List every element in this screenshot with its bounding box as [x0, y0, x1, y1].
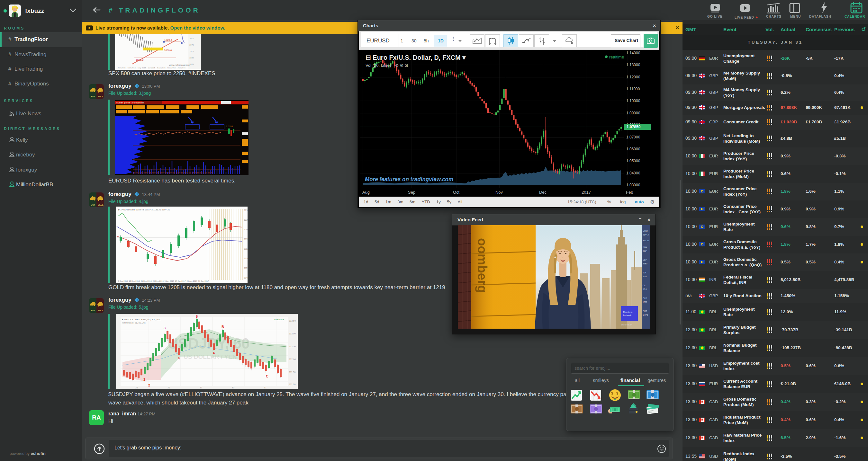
svg-text:1.078: 1.078 [643, 314, 648, 316]
svg-text:BUY: BUY [91, 204, 95, 206]
svg-text:DOW: DOW [643, 230, 648, 232]
svg-text:1207.5: 1207.5 [244, 228, 248, 231]
svg-text:1195.0: 1195.0 [244, 238, 248, 240]
svg-text:⊟ Euro Fx/U.S. Dollar, D, FXCM: ⊟ Euro Fx/U.S. Dollar, D, FXCM ▾ [366, 54, 466, 61]
svg-text:1211: 1211 [643, 301, 647, 303]
svg-text:1838.2: 1838.2 [136, 59, 144, 61]
svg-text:112.00: 112.00 [289, 358, 296, 360]
svg-text:2144.7: 2144.7 [643, 234, 649, 236]
svg-text:113.00: 113.00 [289, 332, 296, 335]
svg-text:B: B [221, 325, 224, 329]
svg-text:Vol (20, false) ⊗ ⊙ ⊠: Vol (20, false) ⊗ ⊙ ⊠ [366, 63, 408, 68]
svg-text:10Y: 10Y [643, 271, 647, 274]
svg-text:Ichimoku (9, 26, 52, 26): Ichimoku (9, 26, 52, 26) [122, 322, 146, 324]
svg-text:4: 4 [178, 356, 180, 360]
svg-text:5 Dec 2016 13 Dec 2016 21 Dec: 5 Dec 2016 13 Dec 2016 21 Dec 2016 29 De… [118, 280, 209, 282]
svg-text:BUY: BUY [91, 95, 95, 98]
svg-text:1.11000: 1.11000 [626, 87, 640, 91]
svg-text:S&P: S&P [643, 259, 647, 261]
svg-text:2015: 2015 [189, 38, 194, 39]
svg-text:OIL: OIL [643, 284, 646, 287]
svg-text:SELL: SELL [98, 95, 104, 98]
svg-text:C: C [266, 374, 269, 378]
svg-text:SELL: SELL [98, 309, 104, 311]
svg-text:Jan 2015 Mar 2015 May 2015 Jul: Jan 2015 Mar 2015 May 2015 Jul 2015 Sep … [118, 67, 186, 69]
svg-text:1.13000: 1.13000 [626, 63, 641, 67]
svg-text:More features on tradingview.c: More features on tradingview.com [365, 176, 453, 183]
svg-text:NAS: NAS [643, 246, 647, 248]
svg-text:1920.5: 1920.5 [164, 38, 172, 41]
svg-text:1.04000: 1.04000 [626, 171, 641, 175]
svg-text:1.07850: 1.07850 [626, 125, 641, 129]
svg-text:Oct: Oct [453, 190, 460, 195]
svg-text:2017: 2017 [582, 190, 591, 195]
svg-text:SELL: SELL [98, 204, 104, 206]
svg-text:1145.0: 1145.0 [244, 276, 248, 279]
svg-text:31: 31 [264, 387, 267, 389]
svg-text:1925: 1925 [189, 51, 194, 53]
svg-text:1182.5: 1182.5 [244, 248, 248, 250]
svg-text:GLD: GLD [643, 297, 647, 299]
svg-text:1.10000: 1.10000 [626, 99, 641, 103]
svg-text:BUY: BUY [91, 309, 95, 311]
svg-text:Aug: Aug [362, 190, 370, 195]
svg-text:$: $ [616, 391, 618, 395]
svg-text:25: 25 [135, 387, 138, 389]
svg-text:A: A [213, 351, 215, 355]
svg-text:1220.0: 1220.0 [244, 219, 248, 221]
svg-text:Daybreak: Daybreak [623, 314, 632, 316]
svg-text:Bloomberg: Bloomberg [623, 311, 632, 313]
svg-text:$: $ [611, 391, 613, 395]
svg-text:cluster_profile_professional: cluster_profile_professional [116, 101, 144, 104]
svg-text:5614: 5614 [643, 250, 648, 252]
svg-text:Sep: Sep [408, 190, 415, 195]
svg-text:1890.0: 1890.0 [164, 49, 172, 52]
svg-text:1970: 1970 [189, 44, 194, 46]
svg-text:1.07000: 1.07000 [626, 135, 641, 139]
svg-text:52.6: 52.6 [643, 288, 647, 290]
svg-text:EUR: EUR [643, 310, 647, 312]
svg-text:112.50: 112.50 [289, 345, 296, 348]
svg-text:113.50: 113.50 [289, 320, 296, 322]
svg-text:111.50: 111.50 [289, 371, 296, 373]
svg-text:111.00: 111.00 [289, 383, 296, 386]
svg-text:1.09000: 1.09000 [626, 111, 641, 115]
svg-text:27: 27 [199, 387, 202, 389]
svg-text:oomberg: oomberg [475, 238, 489, 293]
svg-text:+71.52: +71.52 [643, 239, 649, 241]
svg-text:1.03000: 1.03000 [626, 183, 641, 187]
svg-text:1880: 1880 [189, 57, 194, 59]
svg-text:◆ XAUUSD,Daily 1185.48 1203.4: ◆ XAUUSD,Daily 1185.48 1203.43 1181.75 1… [118, 208, 170, 211]
svg-text:30: 30 [232, 387, 235, 389]
svg-text:1.14000: 1.14000 [626, 51, 641, 55]
svg-text:Dec: Dec [539, 190, 547, 195]
svg-text:● realtime: ● realtime [274, 318, 284, 321]
svg-text:5: 5 [196, 315, 198, 318]
svg-text:1.06000: 1.06000 [626, 147, 641, 151]
svg-text:1.0782: 1.0782 [226, 125, 233, 128]
svg-text:19:00 21:00 23:00 01:00 03: 19:00 21:00 23:00 01:00 03:00 05:00 07:0… [133, 172, 213, 174]
svg-text:■ US DOLLAR / YEN, 60, FX_IDC: ■ US DOLLAR / YEN, 60, FX_IDC [122, 318, 161, 321]
svg-text:1157.5: 1157.5 [244, 267, 248, 269]
svg-text:realtime: realtime [609, 55, 624, 59]
svg-text:Nov: Nov [495, 190, 503, 195]
svg-text:2.48: 2.48 [643, 275, 647, 277]
svg-text:1.12000: 1.12000 [626, 75, 641, 79]
svg-text:1170.0: 1170.0 [244, 257, 248, 260]
svg-text:www.ewforecast.com: www.ewforecast.com [169, 64, 190, 66]
svg-text:26: 26 [167, 387, 170, 389]
svg-text:LIVE 09:24: LIVE 09:24 [621, 324, 632, 326]
svg-text:2280: 2280 [643, 262, 648, 265]
svg-text:1232.5: 1232.5 [244, 209, 248, 211]
svg-text:2: 2 [148, 383, 150, 387]
svg-text:1: 1 [144, 377, 145, 381]
svg-text:Feb: Feb [626, 190, 633, 195]
svg-text:1.05000: 1.05000 [626, 159, 641, 163]
svg-text:3: 3 [164, 326, 165, 330]
